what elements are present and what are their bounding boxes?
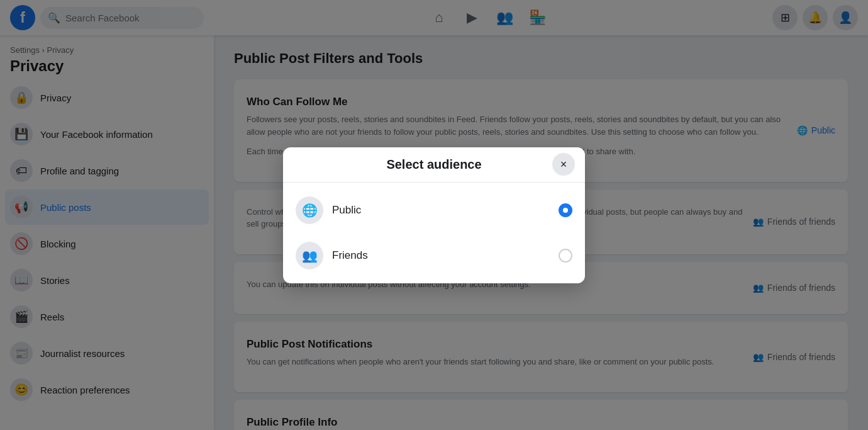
audience-option-friends[interactable]: 👥 Friends xyxy=(283,233,585,278)
friends-option-label: Friends xyxy=(332,249,368,262)
select-audience-modal: Select audience × 🌐 Public 👥 Friends xyxy=(283,147,585,283)
modal-body: 🌐 Public 👥 Friends xyxy=(283,183,585,283)
audience-option-public[interactable]: 🌐 Public xyxy=(283,188,585,233)
modal-overlay[interactable]: Select audience × 🌐 Public 👥 Friends xyxy=(0,0,868,430)
modal-close-button[interactable]: × xyxy=(552,153,575,176)
public-option-label: Public xyxy=(332,204,361,217)
public-radio[interactable] xyxy=(559,203,572,217)
modal-header: Select audience × xyxy=(283,147,585,183)
close-icon: × xyxy=(560,158,567,171)
friends-radio[interactable] xyxy=(559,249,572,263)
public-option-icon: 🌐 xyxy=(296,196,323,224)
modal-title: Select audience xyxy=(296,157,572,172)
friends-option-icon: 👥 xyxy=(296,242,323,269)
